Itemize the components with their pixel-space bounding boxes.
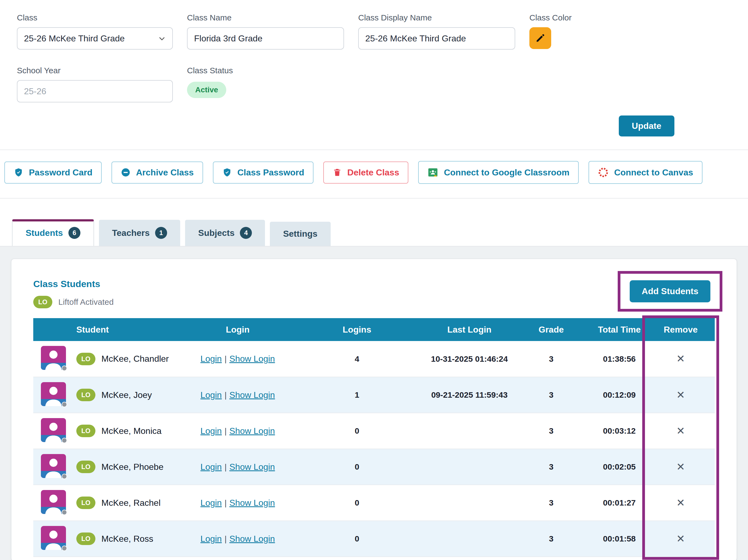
password-card-button[interactable]: Password Card	[4, 162, 102, 184]
student-name: McKee, Monica	[101, 426, 162, 436]
grade: 3	[510, 449, 592, 485]
annotation-box-add-students: Add Students	[618, 271, 722, 312]
header-remove: Remove	[647, 318, 715, 341]
status-dot	[62, 438, 67, 443]
archive-class-button[interactable]: Archive Class	[112, 162, 203, 184]
grade: 3	[510, 377, 592, 413]
tab-teachers[interactable]: Teachers 1	[99, 220, 180, 246]
show-login-link[interactable]: Show Login	[229, 354, 275, 364]
header-total-time: Total Time	[592, 318, 647, 341]
liftoff-badge: LO	[76, 389, 95, 401]
panel-title: Class Students	[33, 278, 114, 289]
delete-class-label: Delete Class	[347, 168, 399, 177]
link-separator: |	[225, 355, 227, 363]
class-settings-page: Class 25-26 McKee Third Grade Class Name…	[0, 0, 748, 560]
login-link[interactable]: Login	[200, 426, 221, 436]
tab-students-label: Students	[26, 228, 63, 238]
class-display-name-field: Class Display Name	[358, 13, 515, 50]
student-avatar	[41, 382, 66, 406]
class-select[interactable]: 25-26 McKee Third Grade	[17, 27, 173, 50]
class-tabs: Students 6 Teachers 1 Subjects 4 Setting…	[0, 219, 748, 246]
connect-canvas-label: Connect to Canvas	[614, 168, 693, 177]
class-label: Class	[17, 13, 173, 22]
link-separator: |	[225, 391, 227, 399]
logins-count: 4	[285, 341, 428, 377]
link-separator: |	[225, 498, 227, 507]
login-link[interactable]: Login	[200, 354, 221, 364]
google-classroom-icon	[427, 167, 438, 178]
remove-student-button[interactable]: ✕	[676, 354, 685, 364]
student-avatar	[41, 526, 66, 550]
show-login-link[interactable]: Show Login	[229, 498, 275, 508]
last-login	[428, 449, 510, 485]
add-students-button[interactable]: Add Students	[630, 280, 710, 302]
delete-class-button[interactable]: Delete Class	[323, 162, 408, 184]
header-avatar-spacer	[33, 318, 74, 341]
tab-subjects-label: Subjects	[198, 228, 234, 238]
total-time: 00:03:12	[592, 413, 647, 449]
remove-student-button[interactable]: ✕	[676, 534, 685, 544]
header-logins: Logins	[285, 318, 428, 341]
header-last-login: Last Login	[428, 318, 510, 341]
show-login-link[interactable]: Show Login	[229, 534, 275, 544]
connect-canvas-button[interactable]: Connect to Canvas	[588, 161, 702, 184]
students-table: Student Login Logins Last Login Grade To…	[33, 318, 715, 557]
password-card-label: Password Card	[29, 168, 92, 177]
remove-student-button[interactable]: ✕	[676, 497, 685, 508]
minus-circle-icon	[121, 168, 131, 177]
class-students-card: Class Students LO Liftoff Activated Add …	[11, 259, 737, 560]
login-link[interactable]: Login	[200, 462, 221, 472]
login-link[interactable]: Login	[200, 534, 221, 544]
login-link[interactable]: Login	[200, 390, 221, 400]
class-name-label: Class Name	[187, 13, 344, 22]
remove-student-button[interactable]: ✕	[676, 390, 685, 400]
last-login: 09-21-2025 11:59:43	[428, 377, 510, 413]
student-avatar	[41, 346, 66, 370]
class-password-button[interactable]: Class Password	[213, 162, 313, 184]
student-avatar	[41, 454, 66, 478]
status-badge: Active	[187, 82, 226, 98]
grade: 3	[510, 521, 592, 557]
student-name: McKee, Rachel	[101, 498, 161, 508]
tab-settings[interactable]: Settings	[270, 222, 330, 246]
total-time: 00:01:58	[592, 521, 647, 557]
connect-google-classroom-button[interactable]: Connect to Google Classroom	[418, 161, 579, 184]
total-time: 00:12:09	[592, 377, 647, 413]
students-table-wrap: Student Login Logins Last Login Grade To…	[33, 318, 715, 557]
class-color-button[interactable]	[529, 27, 551, 49]
liftoff-legend: LO Liftoff Activated	[33, 296, 114, 308]
student-name: McKee, Phoebe	[101, 462, 164, 472]
update-button[interactable]: Update	[619, 116, 674, 137]
class-display-name-label: Class Display Name	[358, 13, 515, 22]
remove-student-button[interactable]: ✕	[676, 462, 685, 472]
school-year-label: School Year	[17, 66, 173, 75]
school-year-input[interactable]	[17, 80, 173, 102]
table-row: LOMcKee, Rachel Login|Show Login 0 3 00:…	[33, 485, 715, 521]
login-link[interactable]: Login	[200, 498, 221, 508]
class-status-label: Class Status	[187, 66, 344, 75]
logins-count: 1	[285, 377, 428, 413]
tab-subjects[interactable]: Subjects 4	[185, 220, 265, 246]
class-display-name-input[interactable]	[358, 27, 515, 50]
class-name-input[interactable]	[187, 27, 344, 50]
link-separator: |	[225, 462, 227, 471]
table-row: LOMcKee, Chandler Login|Show Login 4 10-…	[33, 341, 715, 377]
show-login-link[interactable]: Show Login	[229, 390, 275, 400]
liftoff-badge: LO	[76, 533, 95, 545]
table-row: LOMcKee, Phoebe Login|Show Login 0 3 00:…	[33, 449, 715, 485]
show-login-link[interactable]: Show Login	[229, 426, 275, 436]
status-dot	[62, 402, 67, 407]
class-status-field: Class Status Active	[187, 66, 344, 102]
remove-student-button[interactable]: ✕	[676, 426, 685, 436]
class-select-value: 25-26 McKee Third Grade	[24, 33, 124, 44]
trash-icon	[332, 168, 342, 177]
status-dot	[62, 366, 67, 371]
header-login: Login	[190, 318, 285, 341]
tab-students[interactable]: Students 6	[12, 219, 94, 246]
grade: 3	[510, 413, 592, 449]
show-login-link[interactable]: Show Login	[229, 462, 275, 472]
divider	[0, 198, 748, 199]
liftoff-badge: LO	[33, 296, 52, 308]
logins-count: 0	[285, 521, 428, 557]
last-login	[428, 485, 510, 521]
